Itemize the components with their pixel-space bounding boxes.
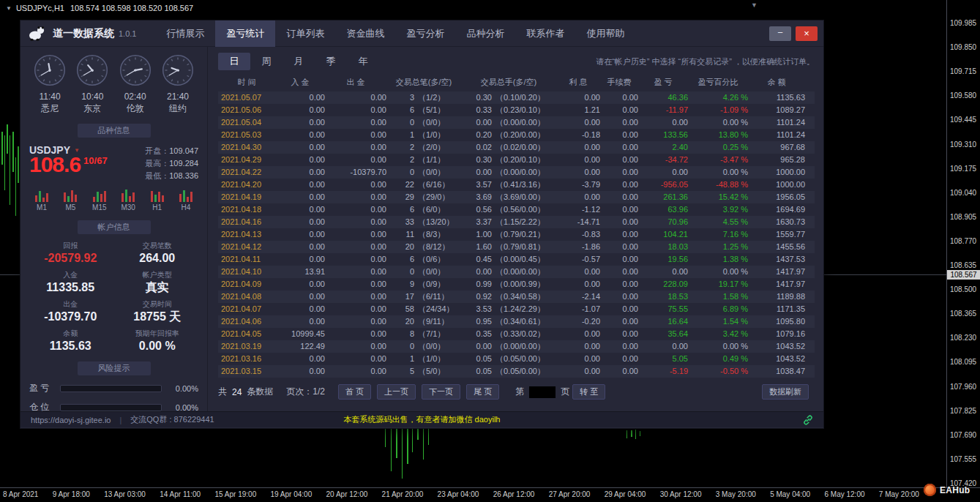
cell-trades: 33 bbox=[386, 216, 414, 228]
cell-lots: 0.00 bbox=[461, 116, 492, 129]
goto-page-button[interactable]: 转 至 bbox=[572, 384, 605, 400]
minimize-button[interactable]: − bbox=[769, 26, 791, 41]
timeframe-h4[interactable]: H4 bbox=[173, 186, 198, 211]
timeframe-m15[interactable]: M15 bbox=[87, 186, 112, 211]
cell-date: 2021.04.10 bbox=[218, 266, 275, 278]
cell-interest: -14.71 bbox=[556, 216, 600, 228]
table-row[interactable]: 2021.04.16 0.00 0.00 33 （13/20） 3.37 （1.… bbox=[218, 216, 815, 228]
cell-withdraw: 0.00 bbox=[325, 303, 386, 315]
menu-item[interactable]: 行情展示 bbox=[155, 20, 215, 47]
period-tab-0[interactable]: 日 bbox=[218, 53, 250, 70]
risk-value: 0.00% bbox=[168, 403, 198, 412]
panel-titlebar[interactable]: 道一数据系统 1.0.1 行情展示盈亏统计订单列表资金曲线盈亏分析品种分析联系作… bbox=[20, 20, 823, 47]
table-row[interactable]: 2021.03.19 122.49 0.00 0 （0/0） 0.00 （0.0… bbox=[218, 340, 815, 353]
menu-item[interactable]: 盈亏分析 bbox=[395, 20, 455, 47]
cell-fee: 0.00 bbox=[600, 203, 638, 216]
candlesticks-left bbox=[0, 102, 22, 234]
cell-fee: 0.00 bbox=[600, 141, 638, 154]
period-tab-3[interactable]: 季 bbox=[315, 53, 347, 70]
footer-url[interactable]: https://daoyi-sj.gitee.io bbox=[31, 416, 111, 424]
cell-fee: 0.00 bbox=[600, 340, 638, 353]
next-page-button[interactable]: 下一页 bbox=[422, 384, 460, 400]
cell-lots-long-short: （0.41/3.16） bbox=[492, 179, 556, 191]
menu-item[interactable]: 订单列表 bbox=[275, 20, 335, 47]
cell-interest: -3.79 bbox=[556, 179, 600, 191]
page-number-input[interactable] bbox=[529, 386, 556, 398]
cell-lots: 3.53 bbox=[461, 303, 492, 315]
window-controls: − × bbox=[769, 26, 823, 41]
price-axis-label: 108.365 bbox=[950, 310, 976, 318]
table-row[interactable]: 2021.04.08 0.00 0.00 17 （6/11） 0.92 （0.3… bbox=[218, 291, 815, 303]
timeframe-m5[interactable]: M5 bbox=[58, 186, 83, 211]
eahub-logo: EAHub bbox=[924, 484, 970, 496]
table-row[interactable]: 2021.03.16 0.00 0.00 1 （1/0） 0.05 （0.05/… bbox=[218, 353, 815, 365]
prev-page-button[interactable]: 上一页 bbox=[377, 384, 416, 400]
cell-trades: 20 bbox=[386, 315, 414, 328]
table-row[interactable]: 2021.03.15 0.00 0.00 5 （5/0） 0.05 （0.05/… bbox=[218, 365, 815, 378]
refresh-data-button[interactable]: 数据刷新 bbox=[762, 384, 809, 400]
cell-date: 2021.04.09 bbox=[218, 278, 275, 291]
table-row[interactable]: 2021.04.10 13.91 0.00 0 （0/0） 0.00 （0.00… bbox=[218, 266, 815, 278]
cell-trades-long-short: （0/0） bbox=[414, 340, 461, 353]
table-row[interactable]: 2021.04.13 0.00 0.00 11 （8/3） 1.00 （0.79… bbox=[218, 228, 815, 241]
period-tab-4[interactable]: 年 bbox=[347, 53, 379, 70]
table-row[interactable]: 2021.04.09 0.00 0.00 9 （0/9） 0.99 （0.00/… bbox=[218, 278, 815, 291]
table-row[interactable]: 2021.04.19 0.00 0.00 29 （29/0） 3.69 （3.6… bbox=[218, 191, 815, 203]
cell-pnl: -956.05 bbox=[638, 179, 688, 191]
cell-trades: 8 bbox=[386, 328, 414, 340]
timeframe-label: H4 bbox=[173, 203, 198, 211]
table-row[interactable]: 2021.05.03 0.00 0.00 1 （1/0） 0.20 （0.20/… bbox=[218, 129, 815, 141]
cell-balance: 1135.63 bbox=[748, 91, 805, 104]
cell-lots-long-short: （0.00/0.00） bbox=[492, 340, 556, 353]
link-icon[interactable] bbox=[803, 415, 813, 425]
mt4-terminal: ▼ USDJPYc,H1 108.574 108.598 108.520 108… bbox=[0, 0, 980, 502]
cell-trades-long-short: （24/34） bbox=[414, 303, 461, 315]
table-row[interactable]: 2021.04.20 0.00 0.00 22 （6/16） 3.57 （0.4… bbox=[218, 179, 815, 191]
timeframe-m1[interactable]: M1 bbox=[29, 186, 54, 211]
table-row[interactable]: 2021.05.04 0.00 0.00 0 （0/0） 0.00 （0.00/… bbox=[218, 116, 815, 129]
close-button[interactable]: × bbox=[796, 26, 818, 41]
table-row[interactable]: 2021.04.05 10999.45 0.00 8 （7/1） 0.35 （0… bbox=[218, 328, 815, 340]
cell-deposit: 0.00 bbox=[275, 154, 325, 166]
cell-date: 2021.04.12 bbox=[218, 241, 275, 253]
menu-item[interactable]: 资金曲线 bbox=[335, 20, 395, 47]
cell-trades-long-short: （6/11） bbox=[414, 291, 461, 303]
table-row[interactable]: 2021.04.11 0.00 0.00 6 （0/6） 0.45 （0.00/… bbox=[218, 253, 815, 266]
chart-dropdown-icon[interactable]: ▼ bbox=[6, 5, 12, 12]
last-page-button[interactable]: 尾 页 bbox=[466, 384, 499, 400]
cell-trades-long-short: （29/0） bbox=[414, 191, 461, 203]
chart-scroll-marker-icon[interactable]: ▼ bbox=[751, 1, 758, 9]
table-row[interactable]: 2021.04.22 0.00 -10379.70 0 （0/0） 0.00 （… bbox=[218, 166, 815, 179]
table-row[interactable]: 2021.05.07 0.00 0.00 3 （1/2） 0.30 （0.10/… bbox=[218, 91, 815, 104]
menu-item[interactable]: 使用帮助 bbox=[575, 20, 635, 47]
timeframe-h1[interactable]: H1 bbox=[145, 186, 170, 211]
symbol-price-big: 108.6 bbox=[29, 153, 81, 176]
first-page-button[interactable]: 首 页 bbox=[338, 384, 371, 400]
cell-withdraw: 0.00 bbox=[325, 203, 386, 216]
table-row[interactable]: 2021.04.18 0.00 0.00 6 （6/0） 0.56 （0.56/… bbox=[218, 203, 815, 216]
period-tab-2[interactable]: 月 bbox=[283, 53, 315, 70]
menu-item[interactable]: 联系作者 bbox=[515, 20, 575, 47]
price-axis-label: 109.445 bbox=[950, 116, 976, 124]
period-tab-1[interactable]: 周 bbox=[250, 53, 283, 70]
table-row[interactable]: 2021.04.07 0.00 0.00 58 （24/34） 3.53 （1.… bbox=[218, 303, 815, 315]
cell-lots-long-short: （0.34/0.58） bbox=[492, 291, 556, 303]
column-header: 交易总手(多/空) bbox=[461, 77, 556, 88]
menu-item[interactable]: 盈亏统计 bbox=[215, 20, 275, 47]
cell-pnl: 63.96 bbox=[638, 203, 688, 216]
cell-lots-long-short: （0.05/0.00） bbox=[492, 353, 556, 365]
cell-deposit: 0.00 bbox=[275, 191, 325, 203]
price-axis-label: 108.095 bbox=[950, 358, 976, 366]
table-row[interactable]: 2021.04.12 0.00 0.00 20 （8/12） 1.60 （0.7… bbox=[218, 241, 815, 253]
table-row[interactable]: 2021.05.06 0.00 0.00 6 （5/1） 0.33 （0.23/… bbox=[218, 104, 815, 116]
timeframe-m30[interactable]: M30 bbox=[116, 186, 141, 211]
table-row[interactable]: 2021.04.30 0.00 0.00 2 （2/0） 0.02 （0.02/… bbox=[218, 141, 815, 154]
table-row[interactable]: 2021.04.06 0.00 0.00 20 （9/11） 0.95 （0.3… bbox=[218, 315, 815, 328]
clock-city: 纽约 bbox=[157, 102, 198, 115]
cell-lots: 0.35 bbox=[461, 328, 492, 340]
menu-item[interactable]: 品种分析 bbox=[455, 20, 515, 47]
cell-pnl: 16.64 bbox=[638, 315, 688, 328]
table-row[interactable]: 2021.04.29 0.00 0.00 2 （1/1） 0.30 （0.20/… bbox=[218, 154, 815, 166]
cell-pnl: 19.56 bbox=[638, 253, 688, 266]
account-stat-value: 18755 天 bbox=[116, 310, 199, 323]
